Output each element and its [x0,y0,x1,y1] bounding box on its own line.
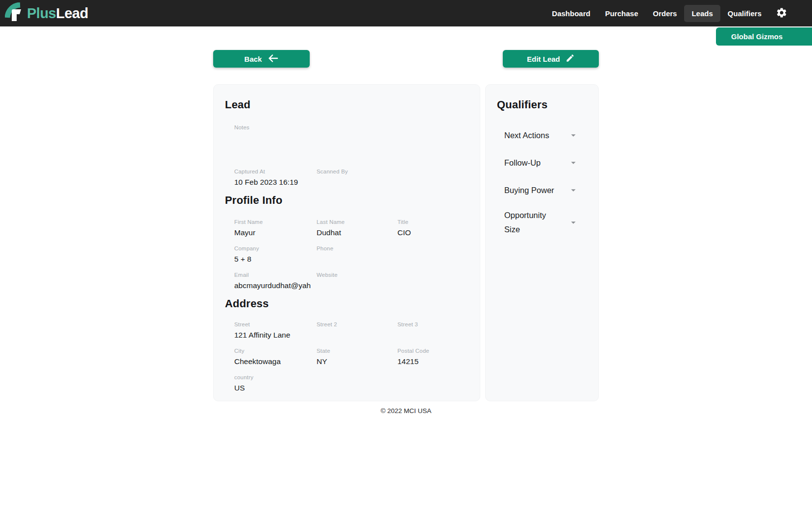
field-email: Email abcmayurdudhat@yah [234,271,317,291]
notes-label: Notes [234,124,468,131]
edit-lead-button[interactable]: Edit Lead [503,50,599,68]
qualifier-next-actions-select[interactable]: Next Actions [504,126,579,145]
nav-item-purchase[interactable]: Purchase [598,5,646,22]
top-navbar: PlusLead Dashboard Purchase Orders Leads… [0,0,812,26]
footer-copyright: © 2022 MCI USA [0,407,812,415]
nav-item-orders[interactable]: Orders [645,5,684,22]
field-street3: Street 3 [397,321,468,340]
settings-button[interactable] [775,6,788,21]
address-row-2: City Cheektowaga State NY Postal Code 14… [234,347,468,366]
qualifier-opportunity-size-select[interactable]: Opportunity Size [504,208,579,237]
org-badge[interactable]: Global Gizmos [716,27,812,46]
gear-icon [776,7,787,20]
lead-card-title: Lead [225,98,468,111]
qualifier-follow-up-select[interactable]: Follow-Up [504,153,579,172]
nav-item-leads[interactable]: Leads [684,5,720,22]
profile-row-1: First Name Mayur Last Name Dudhat Title … [234,219,468,238]
org-badge-label: Global Gizmos [731,32,783,41]
edit-lead-button-label: Edit Lead [527,55,560,63]
field-company: Company 5 + 8 [234,245,317,264]
qualifiers-card-title: Qualifiers [497,98,587,111]
field-postal-code: Postal Code 14215 [397,347,468,366]
field-phone: Phone [317,245,397,264]
field-street: Street 121 Affinity Lane [234,321,317,340]
pluslead-logo-icon [5,2,25,24]
field-captured-at: Captured At 10 Feb 2023 16:19 [234,168,317,187]
caret-down-icon [568,217,579,228]
caret-down-icon [568,185,579,195]
app-logo-text: PlusLead [27,5,88,22]
field-scanned-by: Scanned By [317,168,397,187]
field-country: country US [234,374,317,393]
back-button-label: Back [245,55,262,63]
nav-item-qualifiers[interactable]: Qualifiers [720,5,769,22]
lead-meta-row: Captured At 10 Feb 2023 16:19 Scanned By [234,168,468,187]
nav-links: Dashboard Purchase Orders Leads Qualifie… [544,5,788,22]
profile-info-title: Profile Info [225,194,468,207]
nav-item-dashboard[interactable]: Dashboard [544,5,597,22]
logo-text-plus: Plus [27,5,56,21]
address-title: Address [225,297,468,310]
field-title: Title CIO [397,219,468,238]
logo-text-lead: Lead [56,5,88,21]
qualifiers-list: Next Actions Follow-Up Buying Power Oppo… [504,126,587,237]
pencil-icon [566,53,575,64]
lead-card: Lead Notes Captured At 10 Feb 2023 16:19… [213,84,480,401]
notes-value [234,131,468,168]
field-state: State NY [317,347,397,366]
app-logo[interactable]: PlusLead [5,2,88,24]
address-row-1: Street 121 Affinity Lane Street 2 Street… [234,321,468,340]
profile-row-3: Email abcmayurdudhat@yah Website [234,271,468,291]
field-street2: Street 2 [317,321,397,340]
arrow-left-icon [267,54,278,64]
caret-down-icon [568,157,579,168]
qualifiers-card: Qualifiers Next Actions Follow-Up Buying… [485,84,599,401]
field-notes: Notes [234,124,468,168]
field-last-name: Last Name Dudhat [317,219,397,238]
field-first-name: First Name Mayur [234,219,317,238]
caret-down-icon [568,130,579,141]
back-button[interactable]: Back [213,50,310,68]
lead-detail-page: PlusLead Dashboard Purchase Orders Leads… [0,0,812,513]
field-website: Website [317,271,397,291]
profile-row-2: Company 5 + 8 Phone [234,245,468,264]
qualifier-buying-power-select[interactable]: Buying Power [504,181,579,199]
address-row-3: country US [234,374,468,393]
field-city: City Cheektowaga [234,347,317,366]
